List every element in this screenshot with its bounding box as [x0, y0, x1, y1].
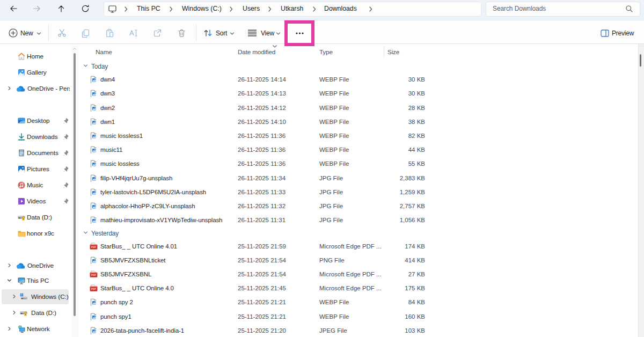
svg-text:PDF: PDF [91, 288, 96, 291]
svg-text:PDF: PDF [91, 246, 96, 248]
svg-text:PDF: PDF [91, 274, 96, 276]
